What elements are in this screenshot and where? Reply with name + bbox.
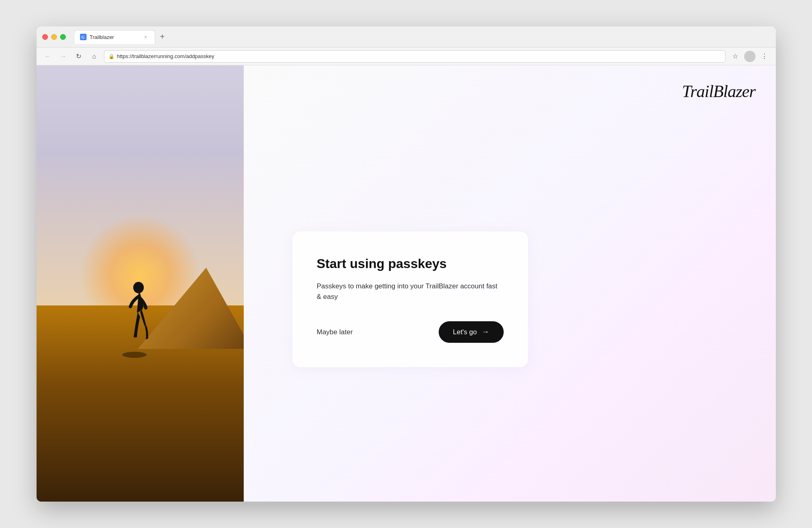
runner-scene <box>37 65 244 502</box>
forward-button[interactable]: → <box>58 51 69 62</box>
menu-button[interactable]: ⋮ <box>759 51 770 62</box>
card-title: Start using passkeys <box>317 256 504 271</box>
close-window-button[interactable] <box>42 34 48 40</box>
lock-icon: 🔒 <box>108 54 115 59</box>
nav-right-controls: ☆ ⋮ <box>730 51 770 62</box>
browser-window: G Trailblazer × + ← → ↻ ⌂ 🔒 https://trai… <box>37 26 776 502</box>
active-tab[interactable]: G Trailblazer × <box>74 30 155 44</box>
right-panel: TrailBlazer Start using passkeys Passkey… <box>244 65 776 502</box>
nav-bar: ← → ↻ ⌂ 🔒 https://trailblazerrunning.com… <box>37 48 776 65</box>
card-description: Passkeys to make getting into your Trail… <box>317 281 504 302</box>
card-area: Start using passkeys Passkeys to make ge… <box>260 113 756 485</box>
runner-silhouette <box>122 280 155 353</box>
brand-name: TrailBlazer <box>682 82 755 101</box>
card-actions: Maybe later Let's go → <box>317 321 504 343</box>
lets-go-label: Let's go <box>453 328 477 336</box>
tab-favicon: G <box>80 34 87 40</box>
runner-shadow <box>122 352 147 358</box>
passkey-card: Start using passkeys Passkeys to make ge… <box>292 232 528 367</box>
arrow-icon: → <box>482 328 489 336</box>
lets-go-button[interactable]: Let's go → <box>439 321 504 343</box>
bookmark-button[interactable]: ☆ <box>730 51 741 62</box>
minimize-window-button[interactable] <box>51 34 57 40</box>
tab-close-button[interactable]: × <box>143 34 149 40</box>
maximize-window-button[interactable] <box>60 34 66 40</box>
new-tab-button[interactable]: + <box>157 31 168 43</box>
address-bar[interactable]: 🔒 https://trailblazerrunning.com/addpass… <box>104 50 725 63</box>
svg-point-0 <box>133 282 144 293</box>
page-content: TrailBlazer Start using passkeys Passkey… <box>37 65 776 502</box>
traffic-lights <box>42 34 66 40</box>
tab-title: Trailblazer <box>90 34 139 40</box>
home-button[interactable]: ⌂ <box>89 51 100 62</box>
address-text: https://trailblazerrunning.com/addpasske… <box>117 53 214 59</box>
refresh-button[interactable]: ↻ <box>73 51 84 62</box>
profile-button[interactable] <box>744 51 756 62</box>
title-bar: G Trailblazer × + <box>37 26 776 48</box>
back-button[interactable]: ← <box>42 51 54 62</box>
maybe-later-button[interactable]: Maybe later <box>317 325 353 340</box>
hero-image-panel <box>37 65 244 502</box>
brand-logo: TrailBlazer <box>682 82 755 101</box>
tabs-area: G Trailblazer × + <box>74 30 168 44</box>
